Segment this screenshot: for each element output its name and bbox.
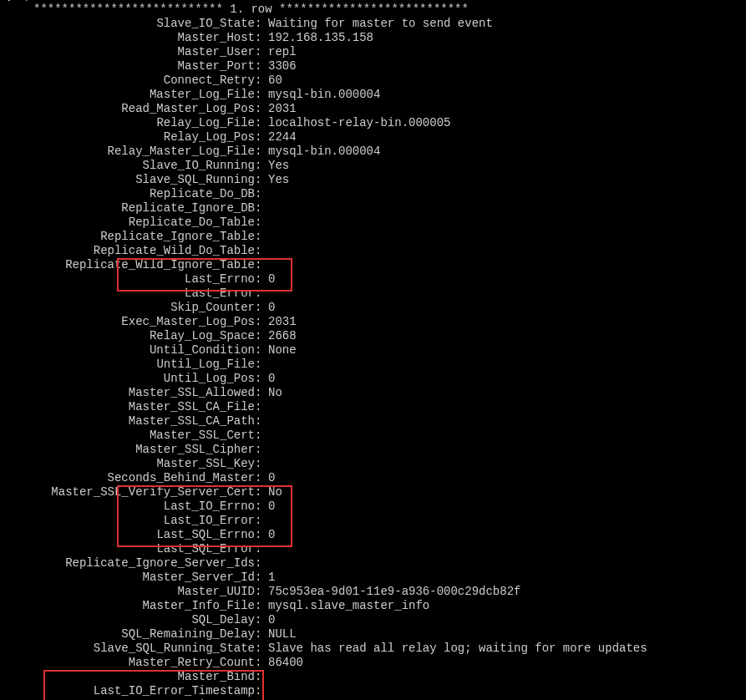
status-row: Master_SSL_Key: [0,457,746,471]
status-row: Master_SSL_CA_Path: [0,414,746,429]
field-key: Relay_Log_Space [0,329,255,343]
field-key: Last_SQL_Errno [0,528,255,542]
field-separator: : [255,358,268,372]
field-separator: : [255,74,268,88]
field-value: mysql.slave_master_info [268,599,429,613]
field-key: Last_Error [0,287,255,301]
status-row: Skip_Counter: 0 [0,301,746,315]
status-row: Slave_SQL_Running_State: Slave has read … [0,642,746,656]
field-key: Replicate_Ignore_Server_Ids [0,556,255,571]
status-row: Until_Log_Pos: 0 [0,372,746,386]
field-value: 0 [268,528,275,542]
status-row: Master_Log_File: mysql-bin.000004 [0,88,746,102]
field-separator: : [255,329,268,343]
status-row: Exec_Master_Log_Pos: 2031 [0,315,746,329]
field-separator: : [255,173,268,187]
field-key: Master_UUID [0,585,255,599]
field-separator: : [255,386,268,400]
field-key: Master_Bind [0,670,255,684]
field-separator: : [255,684,268,698]
field-separator: : [255,400,268,414]
field-key: Skip_Counter [0,301,255,315]
field-separator: : [255,542,268,556]
field-value: 2031 [268,315,297,329]
field-key: Master_Retry_Count [0,656,255,670]
field-value: 0 [268,471,275,485]
field-separator: : [255,216,268,230]
status-row: Master_SSL_CA_File: [0,400,746,414]
status-row: Master_SSL_Allowed: No [0,386,746,400]
status-row: SQL_Delay: 0 [0,613,746,627]
field-key: Replicate_Do_DB [0,187,255,201]
status-row: Master_User: repl [0,45,746,59]
field-value: localhost-relay-bin.000005 [268,116,450,130]
field-separator: : [255,59,268,74]
field-separator: : [255,287,268,301]
field-value: Waiting for master to send event [268,17,493,31]
field-separator: : [255,372,268,386]
status-row: Last_IO_Error: [0,514,746,528]
status-row: Relay_Log_File: localhost-relay-bin.0000… [0,116,746,130]
field-key: Until_Log_File [0,358,255,372]
field-key: Master_Server_Id [0,571,255,585]
field-value: repl [268,45,297,59]
field-separator: : [255,670,268,684]
field-value: Slave has read all relay log; waiting fo… [268,642,647,656]
field-separator: : [255,130,268,145]
field-value: 0 [268,613,275,627]
field-separator: : [255,244,268,258]
field-separator: : [255,457,268,471]
status-row: Replicate_Ignore_Server_Ids: [0,556,746,571]
field-separator: : [255,514,268,528]
status-row: Master_UUID: 75c953ea-9d01-11e9-a936-000… [0,585,746,599]
status-row: Last_Error: [0,287,746,301]
status-row: Relay_Master_Log_File: mysql-bin.000004 [0,145,746,159]
field-key: Master_SSL_CA_Path [0,414,255,429]
field-separator: : [255,485,268,500]
field-separator: : [255,443,268,457]
field-separator: : [255,17,268,31]
field-key: Slave_IO_State [0,17,255,31]
field-key: Master_Port [0,59,255,74]
field-key: Slave_IO_Running [0,159,255,173]
field-key: Master_SSL_CA_File [0,400,255,414]
field-key: Replicate_Ignore_Table [0,230,255,244]
field-key: Master_Host [0,31,255,45]
field-key: Last_SQL_Error [0,542,255,556]
field-value: 2031 [268,102,297,116]
status-row: Master_Port: 3306 [0,59,746,74]
status-row: Master_SSL_Cert: [0,429,746,443]
field-key: Replicate_Do_Table [0,216,255,230]
field-value: Yes [268,173,289,187]
field-separator: : [255,571,268,585]
status-row: Slave_SQL_Running: Yes [0,173,746,187]
status-row: Seconds_Behind_Master: 0 [0,471,746,485]
field-key: Last_IO_Errno [0,500,255,514]
field-value: mysql-bin.000004 [268,88,380,102]
field-separator: : [255,102,268,116]
field-separator: : [255,599,268,613]
field-separator: : [255,301,268,315]
field-key: Master_SSL_Key [0,457,255,471]
status-row: Slave_IO_State: Waiting for master to se… [0,17,746,31]
status-row: Relay_Log_Pos: 2244 [0,130,746,145]
field-value: 2244 [268,130,297,145]
row-header: *************************** 1. row *****… [0,3,746,17]
terminal-output: mysql> show slave status\G**************… [0,0,746,700]
status-row: Replicate_Do_Table: [0,216,746,230]
field-separator: : [255,642,268,656]
field-separator: : [255,145,268,159]
field-key: Last_IO_Error [0,514,255,528]
field-key: Master_SSL_Cert [0,429,255,443]
field-key: Relay_Log_Pos [0,130,255,145]
status-row: Master_Host: 192.168.135.158 [0,31,746,45]
field-separator: : [255,31,268,45]
field-value: 0 [268,372,275,386]
status-row: Master_Bind: [0,670,746,684]
field-key: Master_Info_File [0,599,255,613]
field-key: Replicate_Wild_Ignore_Table [0,258,255,272]
status-row: Connect_Retry: 60 [0,74,746,88]
field-value: None [268,343,297,358]
field-separator: : [255,471,268,485]
field-key: Until_Condition [0,343,255,358]
